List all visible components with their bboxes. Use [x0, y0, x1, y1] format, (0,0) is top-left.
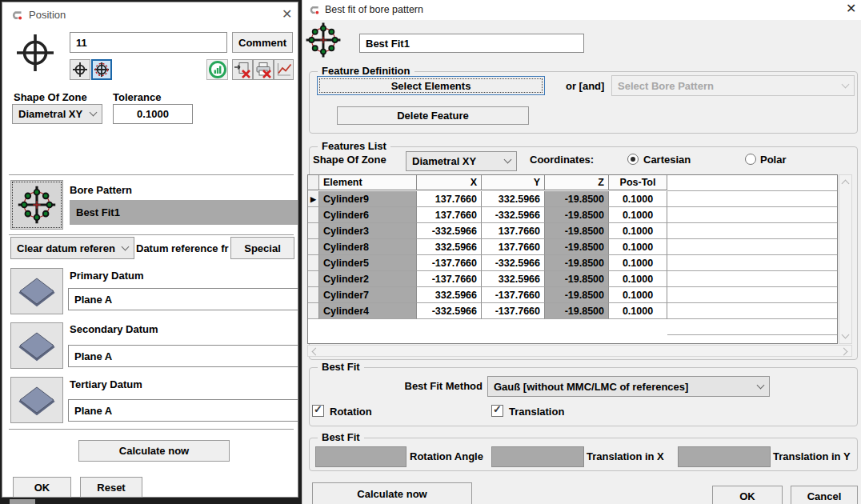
- close-icon[interactable]: ✕: [846, 2, 856, 15]
- polar-radio[interactable]: [745, 154, 756, 165]
- cell-pos-tol[interactable]: 0.1000: [609, 239, 667, 255]
- table-vertical-scrollbar[interactable]: [839, 174, 852, 344]
- cell-z[interactable]: -19.8500: [545, 191, 609, 207]
- scroll-up-icon[interactable]: [842, 180, 850, 188]
- cell-z[interactable]: -19.8500: [545, 239, 609, 255]
- cell-pos-tol[interactable]: 0.1000: [609, 255, 667, 271]
- cell-element[interactable]: Cylinder2: [319, 271, 417, 287]
- feature-name-input[interactable]: [359, 34, 584, 53]
- cell-pos-tol[interactable]: 0.1000: [609, 287, 667, 303]
- bore-pattern-button[interactable]: [10, 180, 63, 230]
- cell-x[interactable]: -137.7660: [417, 255, 482, 271]
- print-cancel-button[interactable]: [253, 59, 274, 80]
- cell-pos-tol[interactable]: 0.1000: [609, 271, 667, 287]
- translation-checkbox[interactable]: ✓: [491, 405, 503, 417]
- bf-cancel-button[interactable]: Cancel: [791, 486, 858, 504]
- cell-element[interactable]: Cylinder7: [319, 287, 417, 303]
- row-selector[interactable]: [308, 303, 319, 319]
- row-selector[interactable]: [308, 239, 319, 255]
- col-header-element[interactable]: Element: [319, 175, 417, 190]
- row-selector[interactable]: [308, 287, 319, 303]
- position-plain-toggle[interactable]: [70, 59, 90, 80]
- tertiary-datum-button[interactable]: [10, 377, 63, 423]
- cell-y[interactable]: -137.7660: [482, 303, 545, 319]
- cell-pos-tol[interactable]: 0.1000: [609, 191, 667, 207]
- cell-y[interactable]: 332.5966: [482, 191, 545, 207]
- row-selector[interactable]: [308, 223, 319, 239]
- cell-y[interactable]: 332.5966: [482, 271, 545, 287]
- cell-y[interactable]: 137.7660: [482, 223, 545, 239]
- col-header-z[interactable]: Z: [545, 175, 609, 190]
- cell-element[interactable]: Cylinder8: [319, 239, 417, 255]
- cell-z[interactable]: -19.8500: [545, 303, 609, 319]
- cell-y[interactable]: -137.7660: [482, 287, 545, 303]
- secondary-datum-button[interactable]: [10, 322, 63, 369]
- special-button[interactable]: Special: [230, 237, 294, 259]
- statistics-button[interactable]: [206, 59, 228, 80]
- shape-of-zone-select[interactable]: Diametral XY: [12, 104, 102, 124]
- reset-button[interactable]: Reset: [80, 477, 142, 498]
- cell-pos-tol[interactable]: 0.1000: [609, 223, 667, 239]
- cell-z[interactable]: -19.8500: [545, 255, 609, 271]
- col-header-y[interactable]: Y: [482, 175, 545, 190]
- cell-pos-tol[interactable]: 0.1000: [609, 303, 667, 319]
- position-pattern-toggle[interactable]: [91, 59, 112, 80]
- col-header-pos-tol[interactable]: Pos-Tol: [609, 175, 667, 190]
- cell-x[interactable]: -332.5966: [417, 303, 482, 319]
- row-selector[interactable]: [308, 271, 319, 287]
- cell-x[interactable]: 332.5966: [417, 287, 482, 303]
- cell-element[interactable]: Cylinder5: [319, 255, 417, 271]
- primary-datum-button[interactable]: [10, 268, 63, 314]
- cell-y[interactable]: -332.5966: [482, 255, 545, 271]
- cell-element[interactable]: Cylinder6: [319, 207, 417, 223]
- best-fit-method-select[interactable]: Gauß [without MMC/LMC of references]: [487, 376, 770, 397]
- cell-element[interactable]: Cylinder3: [319, 223, 417, 239]
- row-selector[interactable]: ▶: [308, 191, 319, 207]
- row-selector[interactable]: [308, 207, 319, 223]
- cell-y[interactable]: -332.5966: [482, 207, 545, 223]
- select-elements-button[interactable]: Select Elements: [317, 76, 545, 95]
- primary-datum-input[interactable]: [68, 288, 298, 310]
- cell-element[interactable]: Cylinder4: [319, 303, 417, 319]
- delete-feature-button[interactable]: Delete Feature: [337, 106, 529, 125]
- bore-pattern-selected-item[interactable]: Best Fit1: [70, 200, 298, 225]
- cell-x[interactable]: 137.7660: [417, 191, 482, 207]
- tertiary-datum-input[interactable]: [68, 399, 298, 422]
- plot-button[interactable]: [274, 59, 294, 80]
- select-bore-pattern-select: Select Bore Pattern: [611, 75, 855, 96]
- scroll-left-icon[interactable]: [312, 348, 320, 356]
- cartesian-radio[interactable]: [627, 154, 639, 165]
- cell-x[interactable]: 332.5966: [417, 239, 482, 255]
- bf-ok-button[interactable]: OK: [712, 486, 783, 504]
- cell-pos-tol[interactable]: 0.1000: [609, 207, 667, 223]
- app-logo-icon: [10, 9, 23, 22]
- col-header-x[interactable]: X: [417, 175, 482, 190]
- export-cancel-button[interactable]: [232, 59, 253, 80]
- rotation-checkbox[interactable]: ✓: [312, 405, 324, 417]
- datum-reference-select[interactable]: Clear datum referen: [10, 237, 134, 259]
- secondary-datum-input[interactable]: [68, 345, 298, 367]
- table-horizontal-scrollbar[interactable]: [307, 345, 852, 357]
- cell-y[interactable]: 137.7660: [482, 239, 545, 255]
- cell-x[interactable]: -137.7660: [417, 271, 482, 287]
- cell-z[interactable]: -19.8500: [545, 287, 609, 303]
- tolerance-input[interactable]: [113, 104, 193, 124]
- scroll-down-icon[interactable]: [842, 331, 850, 339]
- cell-element[interactable]: Cylinder9: [319, 191, 417, 207]
- calculate-now-button[interactable]: Calculate now: [78, 440, 230, 462]
- scroll-right-icon[interactable]: [840, 348, 848, 356]
- comment-button[interactable]: Comment: [232, 32, 293, 53]
- cell-x[interactable]: 137.7660: [417, 207, 482, 223]
- bestfit-titlebar[interactable]: Best fit of bore pattern ✕: [302, 0, 861, 20]
- row-selector[interactable]: [308, 255, 319, 271]
- ok-button[interactable]: OK: [13, 477, 71, 498]
- bf-calculate-now-button[interactable]: Calculate now: [312, 482, 472, 504]
- cell-z[interactable]: -19.8500: [545, 271, 609, 287]
- fl-shape-of-zone-select[interactable]: Diametral XY: [406, 151, 517, 171]
- close-icon[interactable]: ✕: [282, 8, 292, 21]
- characteristic-name-input[interactable]: [70, 32, 227, 53]
- cell-z[interactable]: -19.8500: [545, 223, 609, 239]
- cell-x[interactable]: -332.5966: [417, 223, 482, 239]
- cell-z[interactable]: -19.8500: [545, 207, 609, 223]
- position-titlebar[interactable]: Position ✕: [2, 2, 298, 26]
